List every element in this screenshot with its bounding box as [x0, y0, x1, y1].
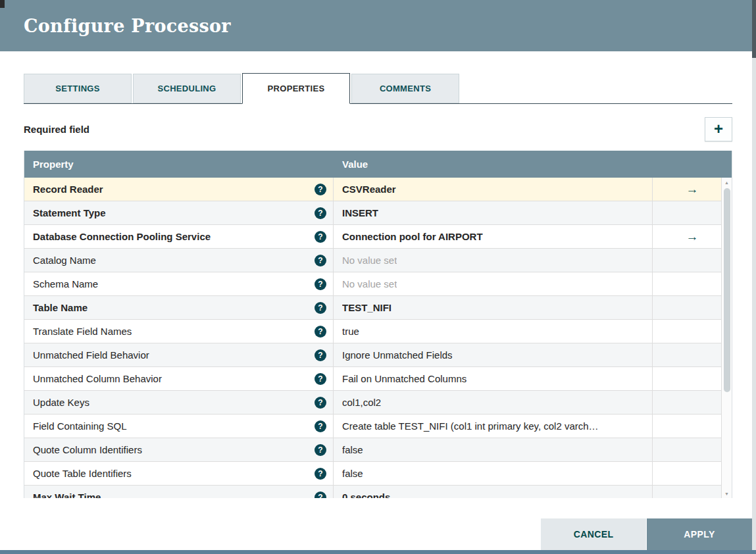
value-cell[interactable]: CSVReader [334, 178, 653, 201]
value-cell[interactable]: false [334, 438, 653, 461]
property-name: Quote Column Identifiers [33, 444, 142, 455]
value-cell[interactable]: No value set [334, 272, 653, 295]
table-row[interactable]: Catalog Name ? No value set [24, 249, 732, 272]
help-icon[interactable]: ? [315, 444, 326, 456]
help-icon[interactable]: ? [315, 302, 326, 314]
table-row[interactable]: Unmatched Field Behavior ? Ignore Unmatc… [24, 343, 732, 367]
action-cell [653, 296, 732, 319]
property-value: 0 seconds [342, 491, 390, 498]
help-icon[interactable]: ? [315, 420, 326, 432]
value-cell[interactable]: Ignore Unmatched Fields [334, 343, 653, 366]
page-scrollbar[interactable] [752, 0, 756, 554]
add-property-button[interactable]: + [705, 117, 732, 141]
value-cell[interactable]: INSERT [334, 201, 653, 224]
value-cell[interactable]: No value set [334, 249, 653, 272]
table-row[interactable]: Schema Name ? No value set [24, 272, 732, 296]
property-value: TEST_NIFI [342, 302, 391, 313]
dialog-header: Configure Processor [0, 0, 752, 51]
property-name: Catalog Name [33, 255, 96, 266]
property-cell: Max Wait Time ? [24, 486, 334, 498]
help-icon[interactable]: ? [315, 491, 326, 499]
table-body: Record Reader ? CSVReader → Statement Ty… [24, 178, 732, 498]
table-row[interactable]: Quote Table Identifiers ? false [24, 462, 732, 486]
apply-button[interactable]: APPLY [647, 518, 752, 550]
property-name: Database Connection Pooling Service [33, 231, 211, 242]
action-cell: → [653, 178, 732, 201]
help-icon[interactable]: ? [315, 184, 326, 195]
property-cell: Catalog Name ? [24, 249, 334, 272]
page-corner [0, 0, 5, 8]
property-value: INSERT [342, 207, 378, 218]
help-icon[interactable]: ? [315, 207, 326, 219]
value-cell[interactable]: col1,col2 [334, 391, 653, 414]
go-to-service-icon[interactable]: → [686, 182, 699, 197]
help-icon[interactable]: ? [315, 278, 326, 290]
property-cell: Record Reader ? [24, 178, 334, 201]
tab-properties[interactable]: PROPERTIES [242, 73, 350, 104]
property-cell: Table Name ? [24, 296, 334, 319]
action-cell [653, 462, 732, 485]
table-row[interactable]: Record Reader ? CSVReader → [24, 178, 732, 201]
table-row[interactable]: Update Keys ? col1,col2 [24, 391, 732, 415]
value-cell[interactable]: Create table TEST_NIFI (col1 int primary… [334, 415, 653, 438]
property-value: No value set [342, 255, 397, 266]
property-cell: Unmatched Column Behavior ? [24, 367, 334, 390]
action-cell: → [653, 225, 732, 248]
property-cell: Database Connection Pooling Service ? [24, 225, 334, 248]
plus-icon: + [714, 121, 723, 137]
value-cell[interactable]: Fail on Unmatched Columns [334, 367, 653, 390]
action-cell [653, 438, 732, 461]
help-icon[interactable]: ? [315, 326, 326, 338]
help-icon[interactable]: ? [315, 231, 326, 243]
properties-table: Property Value Record Reader ? CSVReader… [24, 151, 732, 498]
value-cell[interactable]: TEST_NIFI [334, 296, 653, 319]
help-icon[interactable]: ? [315, 349, 326, 361]
property-cell: Update Keys ? [24, 391, 334, 414]
property-cell: Statement Type ? [24, 201, 334, 224]
required-field-label: Required field [24, 124, 89, 135]
property-name: Translate Field Names [33, 326, 132, 337]
scroll-down-icon[interactable]: ▼ [722, 489, 732, 498]
value-cell[interactable]: 0 seconds [334, 486, 653, 498]
tab-scheduling[interactable]: SCHEDULING [133, 74, 241, 103]
property-name: Max Wait Time [33, 491, 101, 498]
cancel-button[interactable]: CANCEL [541, 518, 646, 550]
table-scrollbar[interactable]: ▲ ▼ [721, 178, 732, 498]
action-cell [653, 486, 732, 498]
table-row[interactable]: Max Wait Time ? 0 seconds [24, 486, 732, 498]
table-row[interactable]: Unmatched Column Behavior ? Fail on Unma… [24, 367, 732, 391]
value-cell[interactable]: true [334, 320, 653, 343]
property-name: Quote Table Identifiers [33, 468, 132, 479]
property-value: Fail on Unmatched Columns [342, 373, 466, 384]
value-cell[interactable]: false [334, 462, 653, 485]
dialog-footer: CANCEL APPLY [541, 518, 752, 550]
property-value: Ignore Unmatched Fields [342, 349, 453, 361]
page-scrollbar-thumb[interactable] [752, 0, 756, 58]
property-cell: Field Containing SQL ? [24, 415, 334, 438]
table-row[interactable]: Table Name ? TEST_NIFI [24, 296, 732, 320]
help-icon[interactable]: ? [315, 397, 326, 409]
tab-comments[interactable]: COMMENTS [351, 74, 459, 103]
table-row[interactable]: Field Containing SQL ? Create table TEST… [24, 415, 732, 438]
value-cell[interactable]: Connection pool for AIRPORT [334, 225, 653, 248]
property-value: No value set [342, 278, 397, 290]
property-name: Update Keys [33, 397, 89, 408]
property-value: Create table TEST_NIFI (col1 int primary… [342, 420, 599, 432]
go-to-service-icon[interactable]: → [686, 230, 699, 244]
property-cell: Translate Field Names ? [24, 320, 334, 343]
help-icon[interactable]: ? [315, 468, 326, 480]
tab-settings[interactable]: SETTINGS [24, 74, 132, 103]
table-row[interactable]: Database Connection Pooling Service ? Co… [24, 225, 732, 249]
table-row[interactable]: Quote Column Identifiers ? false [24, 438, 732, 462]
property-value: false [342, 444, 363, 455]
property-name: Statement Type [33, 207, 106, 218]
table-scrollbar-thumb[interactable] [724, 188, 730, 392]
help-icon[interactable]: ? [315, 255, 326, 266]
table-row[interactable]: Translate Field Names ? true [24, 320, 732, 343]
tab-bar: SETTINGS SCHEDULING PROPERTIES COMMENTS [24, 73, 732, 104]
scroll-up-icon[interactable]: ▲ [722, 178, 732, 187]
property-name: Unmatched Column Behavior [33, 373, 162, 384]
dialog-title: Configure Processor [24, 16, 231, 36]
help-icon[interactable]: ? [315, 373, 326, 385]
table-row[interactable]: Statement Type ? INSERT [24, 201, 732, 225]
